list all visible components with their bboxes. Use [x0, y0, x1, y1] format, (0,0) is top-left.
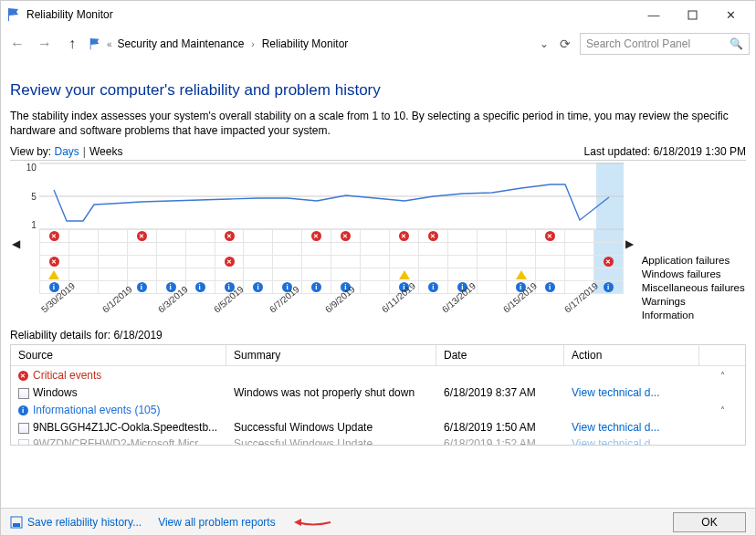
- breadcrumb-dropdown[interactable]: ⌄: [538, 37, 551, 50]
- breadcrumb[interactable]: Security and Maintenance › Reliability M…: [118, 37, 349, 50]
- chevron-up-icon[interactable]: ˄: [720, 405, 725, 415]
- legend: Application failures Windows failures Mi…: [636, 163, 746, 325]
- chevron-up-icon[interactable]: ˄: [720, 371, 725, 381]
- legend-item: Windows failures: [642, 268, 746, 281]
- error-icon: [311, 231, 321, 241]
- page-icon: [18, 388, 29, 399]
- view-details-link[interactable]: View technical d...: [564, 384, 699, 401]
- refresh-button[interactable]: ⟳: [556, 37, 574, 51]
- minimize-button[interactable]: —: [635, 2, 673, 27]
- view-by-label: View by:: [10, 145, 51, 158]
- last-updated: Last updated: 6/18/2019 1:30 PM: [584, 145, 746, 158]
- warning-icon: [399, 270, 410, 279]
- svg-rect-0: [688, 11, 697, 19]
- view-details-link[interactable]: View technical d...: [564, 436, 699, 445]
- error-icon: [49, 231, 59, 241]
- page-title: Review your computer's reliability and p…: [10, 81, 746, 100]
- error-icon: [225, 231, 235, 241]
- info-icon: [311, 282, 321, 292]
- col-action[interactable]: Action: [564, 345, 699, 365]
- window-title: Reliability Monitor: [26, 8, 113, 21]
- up-button[interactable]: ↑: [61, 33, 83, 55]
- back-button[interactable]: ←: [6, 33, 28, 55]
- page-icon: [18, 423, 29, 434]
- svg-rect-6: [13, 523, 20, 527]
- info-icon: [137, 282, 147, 292]
- search-placeholder: Search Control Panel: [586, 37, 730, 50]
- info-icon: [428, 282, 438, 292]
- col-source[interactable]: Source: [11, 345, 226, 365]
- error-icon: [399, 231, 409, 241]
- error-icon: [545, 231, 555, 241]
- error-icon: [604, 257, 614, 267]
- info-icon: [253, 282, 263, 292]
- content: Review your computer's reliability and p…: [1, 59, 755, 508]
- group-informational[interactable]: Informational events (105) ˄: [11, 401, 745, 419]
- view-days-link[interactable]: Days: [54, 145, 79, 158]
- flag-icon: [89, 37, 101, 50]
- forward-button[interactable]: →: [34, 33, 56, 55]
- legend-item: Application failures: [642, 254, 746, 268]
- info-icon: [195, 282, 205, 292]
- chevron-right-icon: ›: [251, 39, 254, 49]
- close-button[interactable]: ✕: [711, 2, 750, 27]
- legend-item: Information: [642, 309, 746, 322]
- date-axis: 5/30/20196/1/20196/3/20196/5/20196/7/201…: [39, 294, 624, 325]
- search-input[interactable]: Search Control Panel 🔍: [580, 33, 750, 55]
- warning-icon: [48, 270, 59, 279]
- stability-line: [39, 163, 624, 230]
- info-icon: [545, 282, 555, 292]
- view-controls: View by: Days | Weeks Last updated: 6/18…: [10, 145, 746, 158]
- save-history-link[interactable]: Save reliability history...: [10, 516, 142, 529]
- search-icon: 🔍: [730, 37, 743, 50]
- table-row[interactable]: 9NBLGGH4Z1JC-Ookla.Speedtestb... Success…: [11, 419, 745, 436]
- titlebar: Reliability Monitor — ✕: [1, 1, 755, 28]
- table-header[interactable]: Source Summary Date Action: [11, 345, 745, 366]
- chevron-icon: «: [107, 39, 112, 49]
- col-date[interactable]: Date: [436, 345, 564, 365]
- error-icon: [225, 257, 235, 267]
- warning-icon: [516, 270, 527, 279]
- separator: |: [83, 145, 86, 158]
- details-table: Source Summary Date Action Critical even…: [10, 344, 746, 446]
- legend-item: Warnings: [642, 295, 746, 309]
- info-icon: [604, 282, 614, 292]
- table-row[interactable]: 9WZDNCRFHWD2-Microsoft.Micr... Successfu…: [11, 436, 745, 445]
- navbar: ← → ↑ « Security and Maintenance › Relia…: [1, 28, 755, 59]
- info-icon: [18, 405, 28, 415]
- legend-item: Miscellaneous failures: [642, 281, 746, 295]
- footer: Save reliability history... View all pro…: [1, 508, 755, 535]
- error-icon: [137, 231, 147, 241]
- group-critical[interactable]: Critical events ˄: [11, 366, 745, 384]
- details-header: Reliability details for: 6/18/2019: [10, 329, 746, 342]
- ok-button[interactable]: OK: [673, 512, 746, 532]
- error-icon: [428, 231, 438, 241]
- breadcrumb-item[interactable]: Reliability Monitor: [262, 37, 349, 50]
- error-icon: [341, 231, 351, 241]
- y-axis: 1051: [23, 163, 39, 230]
- view-weeks-link[interactable]: Weeks: [89, 145, 122, 158]
- arrow-annotation-icon: [292, 516, 332, 529]
- page-icon: [18, 439, 29, 445]
- view-details-link[interactable]: View technical d...: [564, 419, 699, 436]
- description: The stability index assesses your system…: [10, 109, 746, 138]
- save-icon: [10, 516, 23, 529]
- error-icon: [49, 257, 59, 267]
- flag-icon: [6, 7, 21, 22]
- breadcrumb-item[interactable]: Security and Maintenance: [118, 37, 245, 50]
- scroll-left-button[interactable]: ◀: [10, 163, 23, 325]
- maximize-button[interactable]: [673, 2, 711, 27]
- reliability-chart: ◀ 1051: [10, 160, 746, 325]
- table-row[interactable]: Windows Windows was not properly shut do…: [11, 384, 745, 401]
- view-all-reports-link[interactable]: View all problem reports: [158, 516, 276, 529]
- col-summary[interactable]: Summary: [226, 345, 436, 365]
- error-icon: [18, 371, 28, 381]
